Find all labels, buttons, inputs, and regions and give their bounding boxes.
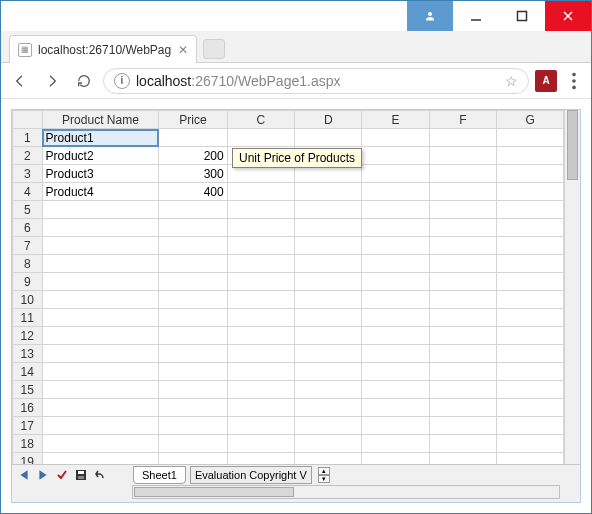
cell[interactable] <box>227 435 294 453</box>
cell[interactable] <box>429 201 496 219</box>
cell[interactable] <box>497 201 564 219</box>
save-button[interactable] <box>73 468 88 483</box>
cell[interactable]: Product4 <box>42 183 159 201</box>
cell[interactable] <box>429 291 496 309</box>
cell[interactable]: 200 <box>159 147 227 165</box>
row-header[interactable]: 6 <box>13 219 43 237</box>
cell[interactable] <box>362 273 429 291</box>
site-info-icon[interactable]: i <box>114 73 130 89</box>
cell[interactable]: Product2 <box>42 147 159 165</box>
minimize-button[interactable] <box>453 1 499 31</box>
cell[interactable] <box>295 309 362 327</box>
cell[interactable] <box>227 381 294 399</box>
cell[interactable] <box>429 237 496 255</box>
cell[interactable] <box>159 219 227 237</box>
cell[interactable] <box>497 183 564 201</box>
cell[interactable] <box>362 363 429 381</box>
cell[interactable] <box>429 381 496 399</box>
cell[interactable] <box>362 345 429 363</box>
cell[interactable] <box>159 129 227 147</box>
pdf-extension-icon[interactable]: A <box>535 70 557 92</box>
row-header[interactable]: 2 <box>13 147 43 165</box>
row-header[interactable]: 12 <box>13 327 43 345</box>
cell[interactable] <box>362 309 429 327</box>
spin-down-icon[interactable]: ▾ <box>318 475 330 483</box>
cell[interactable] <box>429 273 496 291</box>
cell[interactable] <box>295 417 362 435</box>
cell[interactable] <box>295 363 362 381</box>
prev-sheet-button[interactable] <box>16 468 31 483</box>
tab-close-icon[interactable]: ✕ <box>178 43 188 57</box>
cell[interactable] <box>295 255 362 273</box>
cell[interactable] <box>295 219 362 237</box>
cell[interactable] <box>295 399 362 417</box>
row-header[interactable]: 13 <box>13 345 43 363</box>
new-tab-button[interactable] <box>203 39 225 59</box>
cell[interactable] <box>42 381 159 399</box>
cell[interactable]: 300 <box>159 165 227 183</box>
cell[interactable] <box>159 273 227 291</box>
cell[interactable] <box>497 273 564 291</box>
row-header[interactable]: 10 <box>13 291 43 309</box>
cell[interactable] <box>159 291 227 309</box>
cell[interactable] <box>159 327 227 345</box>
cell[interactable] <box>159 435 227 453</box>
row-header[interactable]: 19 <box>13 453 43 465</box>
cell[interactable] <box>295 291 362 309</box>
cell[interactable] <box>497 255 564 273</box>
cell[interactable] <box>227 255 294 273</box>
cell[interactable] <box>429 453 496 465</box>
cell[interactable] <box>295 345 362 363</box>
cell[interactable] <box>429 435 496 453</box>
cell[interactable] <box>159 417 227 435</box>
cell[interactable] <box>159 453 227 465</box>
cell[interactable] <box>362 327 429 345</box>
cell[interactable] <box>362 165 429 183</box>
cell[interactable] <box>497 129 564 147</box>
bookmark-star-icon[interactable]: ☆ <box>505 73 518 89</box>
cell[interactable] <box>42 399 159 417</box>
cell[interactable] <box>227 183 294 201</box>
col-header-d[interactable]: D <box>295 111 362 129</box>
cell[interactable] <box>42 201 159 219</box>
cell[interactable] <box>497 291 564 309</box>
cell[interactable] <box>429 147 496 165</box>
cell[interactable] <box>497 309 564 327</box>
row-header[interactable]: 4 <box>13 183 43 201</box>
cell[interactable] <box>429 399 496 417</box>
back-button[interactable] <box>7 68 33 94</box>
cell[interactable] <box>497 399 564 417</box>
col-header-g[interactable]: G <box>497 111 564 129</box>
cell[interactable] <box>362 399 429 417</box>
cell[interactable] <box>295 237 362 255</box>
cell[interactable] <box>497 453 564 465</box>
cell[interactable] <box>295 129 362 147</box>
cell[interactable] <box>227 291 294 309</box>
cell[interactable] <box>42 417 159 435</box>
row-header[interactable]: 7 <box>13 237 43 255</box>
cell[interactable] <box>227 453 294 465</box>
cell[interactable] <box>227 201 294 219</box>
cell[interactable] <box>362 147 429 165</box>
cell[interactable] <box>159 345 227 363</box>
cell[interactable]: Product1 <box>42 129 159 147</box>
spin-up-icon[interactable]: ▴ <box>318 467 330 475</box>
row-header[interactable]: 14 <box>13 363 43 381</box>
cell[interactable] <box>295 327 362 345</box>
cell[interactable] <box>227 219 294 237</box>
cell[interactable] <box>42 363 159 381</box>
row-header[interactable]: 8 <box>13 255 43 273</box>
cell[interactable] <box>362 417 429 435</box>
cell[interactable] <box>42 291 159 309</box>
cell[interactable] <box>429 183 496 201</box>
cell[interactable] <box>429 327 496 345</box>
cell[interactable] <box>42 345 159 363</box>
cell[interactable] <box>227 273 294 291</box>
scroll-thumb[interactable] <box>567 110 578 180</box>
cell[interactable] <box>159 399 227 417</box>
cell[interactable] <box>295 273 362 291</box>
cell[interactable] <box>362 129 429 147</box>
cell[interactable] <box>429 309 496 327</box>
cell[interactable] <box>429 345 496 363</box>
row-header[interactable]: 15 <box>13 381 43 399</box>
